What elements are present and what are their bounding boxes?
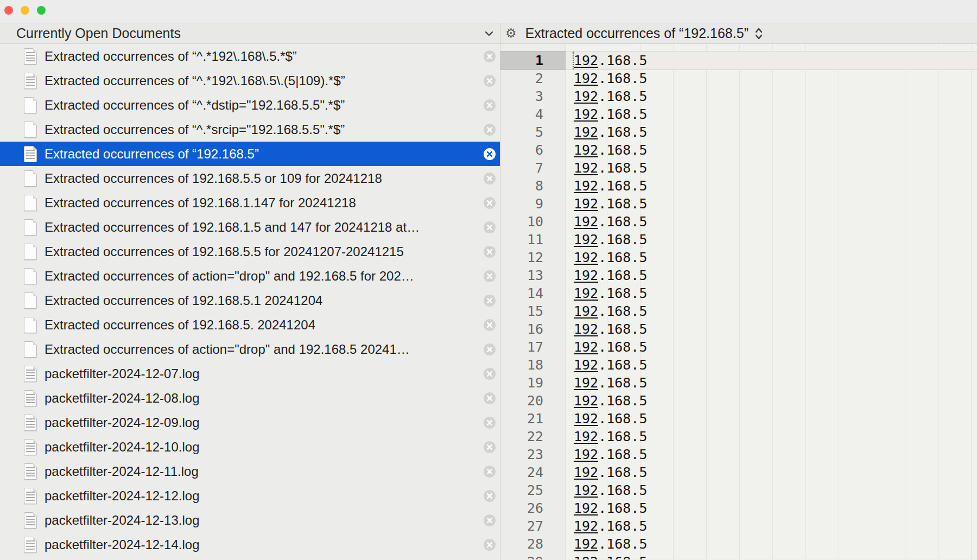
document-lined-icon bbox=[24, 463, 37, 480]
document-lined-icon bbox=[24, 439, 37, 455]
document-lined-icon bbox=[24, 537, 37, 553]
matched-text: 192 bbox=[574, 231, 598, 247]
editor-navbar: ⚙ Extracted occurrences of “192.168.5” bbox=[500, 23, 977, 44]
document-row[interactable]: packetfilter-2024-12-11.log bbox=[0, 459, 500, 483]
document-row[interactable]: packetfilter-2024-12-10.log bbox=[0, 435, 500, 459]
up-down-chevrons-icon[interactable] bbox=[754, 26, 764, 41]
document-row[interactable]: Extracted occurrences of 192.168.1.5 and… bbox=[0, 215, 500, 239]
close-icon[interactable] bbox=[484, 368, 496, 380]
line-number: 1 bbox=[500, 52, 566, 69]
document-label: packetfilter-2024-12-14.log bbox=[45, 537, 484, 552]
code-line: 192.168.5 bbox=[574, 123, 977, 141]
code-line: 192.168.5 bbox=[574, 499, 977, 517]
close-icon[interactable] bbox=[484, 148, 496, 160]
document-blank-icon bbox=[24, 244, 37, 260]
line-number: 3 bbox=[500, 87, 566, 105]
close-icon[interactable] bbox=[484, 319, 496, 331]
document-row[interactable]: Extracted occurrences of 192.168.5.5 for… bbox=[0, 239, 500, 264]
document-row[interactable]: Extracted occurrences of “^.*192\.168\.5… bbox=[0, 68, 500, 93]
document-row[interactable]: Extracted occurrences of “192.168.5” bbox=[0, 142, 500, 166]
close-icon[interactable] bbox=[484, 270, 496, 282]
document-row[interactable]: packetfilter-2024-12-14.log bbox=[0, 532, 500, 557]
document-row[interactable]: packetfilter-2024-12-07.log bbox=[0, 361, 500, 386]
close-icon[interactable] bbox=[484, 466, 496, 478]
document-label: Extracted occurrences of 192.168.1.147 f… bbox=[45, 195, 484, 211]
close-icon[interactable] bbox=[484, 99, 496, 111]
app-window: Currently Open Documents Extracted occur… bbox=[0, 0, 977, 560]
close-icon[interactable] bbox=[484, 173, 496, 184]
code-line: 192.168.5 bbox=[574, 302, 977, 320]
matched-text: 192 bbox=[574, 213, 598, 229]
matched-text: 192 bbox=[574, 410, 598, 426]
document-row[interactable]: Extracted occurrences of 192.168.5.5 or … bbox=[0, 166, 500, 190]
document-blank-icon bbox=[24, 341, 37, 358]
matched-text: 192 bbox=[574, 123, 598, 139]
document-row[interactable]: Extracted occurrences of “^.*srcip="192.… bbox=[0, 117, 500, 142]
line-text-rest: .168.5 bbox=[598, 124, 647, 140]
document-row[interactable]: Extracted occurrences of action="drop" a… bbox=[0, 264, 500, 288]
document-lined-icon bbox=[24, 512, 37, 529]
document-row[interactable]: Extracted occurrences of 192.168.5. 2024… bbox=[0, 313, 500, 337]
document-row[interactable]: packetfilter-2024-12-09.log bbox=[0, 410, 500, 435]
close-icon[interactable] bbox=[484, 343, 496, 355]
close-icon[interactable] bbox=[484, 392, 496, 404]
close-icon[interactable] bbox=[484, 514, 496, 526]
document-row[interactable]: Extracted occurrences of action="drop" a… bbox=[0, 337, 500, 361]
document-blank-icon bbox=[24, 219, 37, 236]
document-row[interactable]: packetfilter-2024-12-08.log bbox=[0, 386, 500, 410]
close-icon[interactable] bbox=[484, 75, 496, 87]
close-icon[interactable] bbox=[484, 221, 496, 233]
document-lined-icon bbox=[24, 73, 37, 89]
code-line: 192.168.5 bbox=[574, 481, 977, 499]
chevron-down-icon[interactable] bbox=[484, 30, 494, 37]
document-row[interactable]: Extracted occurrences of “^.*dstip="192.… bbox=[0, 93, 500, 117]
traffic-light-minimize-button[interactable] bbox=[21, 6, 29, 15]
code-line: 192.168.5 bbox=[574, 195, 977, 213]
document-row[interactable]: Extracted occurrences of 192.168.1.147 f… bbox=[0, 190, 500, 215]
close-icon[interactable] bbox=[484, 50, 496, 62]
line-text-rest: .168.5 bbox=[598, 375, 647, 391]
matched-text: 192 bbox=[574, 105, 598, 122]
line-text-rest: .168.5 bbox=[598, 464, 647, 480]
sidebar-header-popup[interactable]: Currently Open Documents bbox=[0, 23, 500, 44]
document-row[interactable]: Extracted occurrences of 192.168.5.1 202… bbox=[0, 288, 500, 313]
code-line: 192.168.5 bbox=[574, 446, 977, 463]
sidebar: Currently Open Documents Extracted occur… bbox=[0, 23, 500, 559]
document-label: packetfilter-2024-12-08.log bbox=[45, 391, 484, 406]
gear-icon[interactable]: ⚙ bbox=[505, 27, 517, 40]
close-icon[interactable] bbox=[484, 197, 496, 209]
line-number-gutter: 1234567891011121314151617181920212223242… bbox=[500, 44, 566, 559]
document-label: Extracted occurrences of “^.*srcip="192.… bbox=[45, 122, 484, 137]
line-number: 16 bbox=[500, 320, 566, 338]
document-row[interactable]: packetfilter-2024-12-13.log bbox=[0, 508, 500, 532]
close-icon[interactable] bbox=[484, 490, 496, 502]
code-line: 192.168.5 bbox=[574, 517, 977, 535]
close-icon[interactable] bbox=[484, 539, 496, 551]
close-icon[interactable] bbox=[484, 124, 496, 136]
line-number: 12 bbox=[500, 249, 566, 266]
line-text-rest: .168.5 bbox=[598, 71, 647, 86]
matched-text: 192 bbox=[574, 302, 598, 319]
line-text-rest: .168.5 bbox=[598, 447, 647, 462]
close-icon[interactable] bbox=[484, 441, 496, 453]
traffic-light-zoom-button[interactable] bbox=[37, 6, 46, 15]
matched-text: 192 bbox=[574, 249, 598, 265]
editor-body: 1234567891011121314151617181920212223242… bbox=[500, 44, 977, 559]
matched-text: 192 bbox=[574, 338, 598, 354]
line-text-rest: .168.5 bbox=[598, 429, 647, 444]
line-number: 13 bbox=[500, 266, 566, 284]
document-title: Extracted occurrences of “192.168.5” bbox=[525, 26, 748, 41]
document-row[interactable]: Extracted occurrences of “^.*192\.168\.5… bbox=[0, 44, 500, 68]
close-icon[interactable] bbox=[484, 295, 496, 307]
code-line: 192.168.5 bbox=[574, 410, 977, 428]
code-line: 192.168.5 bbox=[574, 338, 977, 356]
close-icon[interactable] bbox=[484, 417, 496, 429]
close-icon[interactable] bbox=[484, 246, 496, 258]
document-lined-icon bbox=[24, 415, 37, 431]
traffic-light-close-button[interactable] bbox=[4, 6, 13, 15]
document-row[interactable]: packetfilter-2024-12-12.log bbox=[0, 483, 500, 508]
text-area[interactable]: 192.168.5192.168.5192.168.5192.168.5192.… bbox=[566, 44, 977, 559]
line-number: 25 bbox=[500, 481, 566, 499]
matched-text: 192 bbox=[574, 517, 598, 533]
matched-text: 192 bbox=[574, 52, 598, 68]
